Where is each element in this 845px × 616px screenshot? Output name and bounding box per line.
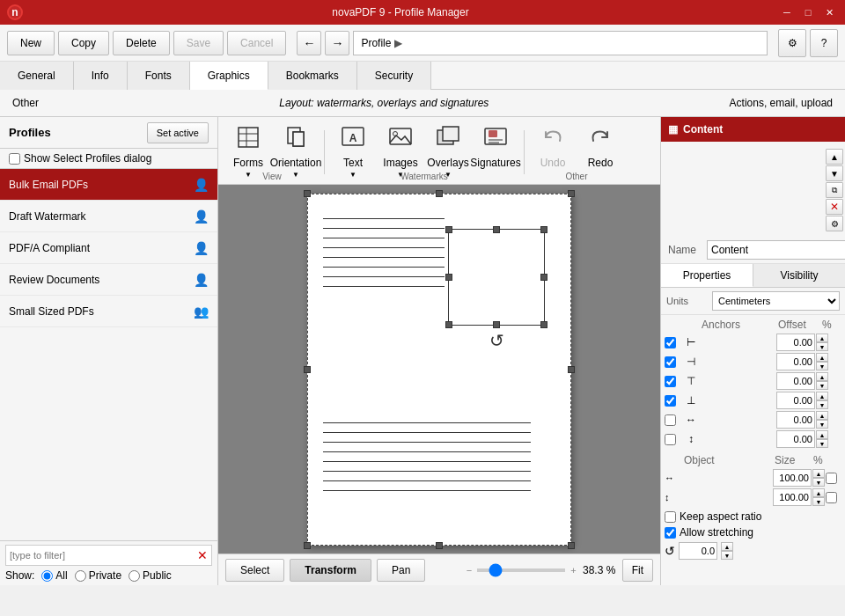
anchor-spin-down-1[interactable]: ▼ (816, 342, 828, 351)
redo-button[interactable]: Redo (577, 121, 623, 170)
allow-stretch-checkbox[interactable] (665, 527, 676, 539)
content-overlay-box[interactable]: ↺ (448, 229, 545, 326)
outer-handle-tm[interactable] (436, 190, 443, 197)
tab-fonts[interactable]: Fonts (128, 62, 190, 90)
pan-mode-button[interactable]: Pan (377, 559, 425, 582)
outer-handle-bl[interactable] (304, 542, 311, 549)
forms-button[interactable]: Forms ▼ (225, 121, 271, 170)
tab-other[interactable]: Other (0, 90, 51, 116)
anchor-offset-2[interactable] (776, 353, 815, 370)
tab-security[interactable]: Security (357, 62, 431, 90)
move-up-button[interactable]: ▲ (826, 149, 843, 165)
outer-handle-mr[interactable] (568, 366, 575, 373)
minimize-button[interactable]: ─ (778, 5, 796, 19)
anchor-check-2[interactable] (665, 356, 676, 368)
tab-properties[interactable]: Properties (661, 264, 753, 287)
orientation-button[interactable]: Orientation ▼ (273, 121, 319, 170)
anchor-check-4[interactable] (665, 395, 676, 407)
close-button[interactable]: ✕ (820, 5, 838, 19)
fit-button[interactable]: Fit (622, 559, 653, 582)
resize-handle-tl[interactable] (445, 226, 452, 233)
outer-handle-tl[interactable] (304, 190, 311, 197)
width-pct-check[interactable] (826, 473, 837, 484)
outer-handle-br[interactable] (568, 542, 575, 549)
resize-handle-bm[interactable] (493, 321, 500, 328)
profile-selector[interactable]: Profile ▶ (353, 31, 768, 55)
anchor-offset-5[interactable] (776, 411, 815, 429)
undo-button[interactable]: Undo (530, 121, 576, 170)
anchor-spin-up-3[interactable]: ▲ (816, 372, 828, 381)
anchor-offset-1[interactable] (776, 334, 815, 351)
delete-item-button[interactable]: ✕ (826, 199, 843, 215)
clear-filter-button[interactable]: ✕ (197, 549, 208, 561)
rotation-input[interactable] (679, 542, 717, 560)
anchor-offset-4[interactable] (776, 392, 815, 409)
profile-item[interactable]: PDF/A Compliant 👤 (0, 232, 217, 264)
anchor-check-3[interactable] (665, 376, 676, 387)
set-active-button[interactable]: Set active (147, 122, 209, 143)
profile-item[interactable]: Small Sized PDFs 👥 (0, 296, 217, 327)
forward-button[interactable]: → (325, 31, 349, 55)
outer-handle-tr[interactable] (568, 190, 575, 197)
resize-handle-tr[interactable] (540, 226, 547, 233)
anchor-spin-up-1[interactable]: ▲ (816, 334, 828, 342)
name-input[interactable] (707, 240, 845, 260)
anchor-spin-up-6[interactable]: ▲ (816, 430, 828, 439)
settings-item-button[interactable]: ⚙ (826, 216, 843, 231)
height-spin-down[interactable]: ▼ (812, 497, 825, 506)
text-button[interactable]: A Text ▼ (330, 121, 376, 170)
tab-visibility[interactable]: Visibility (753, 264, 845, 287)
profile-item[interactable]: Review Documents 👤 (0, 264, 217, 296)
maximize-button[interactable]: □ (799, 5, 817, 19)
width-spin-up[interactable]: ▲ (812, 469, 825, 478)
cancel-button[interactable]: Cancel (227, 31, 286, 55)
anchor-spin-down-4[interactable]: ▼ (816, 400, 828, 409)
anchor-spin-down-6[interactable]: ▼ (816, 439, 828, 448)
anchor-check-5[interactable] (665, 414, 676, 426)
width-spin-down[interactable]: ▼ (812, 478, 825, 487)
outer-handle-bm[interactable] (436, 542, 443, 549)
profile-item[interactable]: Draft Watermark 👤 (0, 201, 217, 232)
back-button[interactable]: ← (297, 31, 321, 55)
height-input[interactable] (773, 488, 812, 506)
zoom-slider[interactable] (477, 568, 565, 572)
height-spin-up[interactable]: ▲ (812, 488, 825, 497)
outer-handle-ml[interactable] (304, 366, 311, 373)
copy-button[interactable]: Copy (58, 31, 109, 55)
anchor-check-6[interactable] (665, 434, 676, 445)
resize-handle-mr[interactable] (540, 274, 547, 281)
height-pct-check[interactable] (826, 492, 837, 503)
signatures-button[interactable]: Signatures (473, 121, 518, 170)
anchor-offset-6[interactable] (776, 430, 815, 448)
resize-handle-br[interactable] (540, 321, 547, 328)
images-button[interactable]: Images ▼ (378, 121, 423, 170)
resize-handle-bl[interactable] (445, 321, 452, 328)
delete-button[interactable]: Delete (113, 31, 170, 55)
rotation-spin-down[interactable]: ▼ (721, 551, 733, 560)
transform-mode-button[interactable]: Transform (290, 559, 371, 582)
rotation-spin-up[interactable]: ▲ (721, 542, 733, 551)
move-down-button[interactable]: ▼ (826, 165, 843, 181)
tab-actions[interactable]: Actions, email, upload (717, 90, 845, 116)
resize-handle-tm[interactable] (493, 226, 500, 233)
anchor-spin-down-3[interactable]: ▼ (816, 381, 828, 390)
copy-item-button[interactable]: ⧉ (826, 182, 843, 198)
tab-bookmarks[interactable]: Bookmarks (268, 62, 357, 90)
help-button[interactable]: ? (810, 29, 838, 57)
width-input[interactable] (773, 469, 812, 487)
resize-handle-ml[interactable] (445, 274, 452, 281)
anchor-spin-up-5[interactable]: ▲ (816, 411, 828, 420)
filter-input[interactable] (10, 550, 194, 561)
overlays-button[interactable]: Overlays ▼ (425, 121, 471, 170)
anchor-spin-up-2[interactable]: ▲ (816, 353, 828, 362)
settings-button[interactable]: ⚙ (778, 29, 806, 57)
select-mode-button[interactable]: Select (225, 559, 284, 582)
save-button[interactable]: Save (173, 31, 224, 55)
anchor-spin-down-5[interactable]: ▼ (816, 420, 828, 429)
rotate-handle[interactable]: ↺ (489, 330, 504, 351)
show-select-checkbox[interactable] (9, 153, 20, 165)
units-select[interactable]: Centimeters Inches Points Pixels (712, 291, 840, 311)
all-label[interactable]: All (41, 569, 67, 582)
profile-item[interactable]: Bulk Email PDFs 👤 (0, 169, 217, 201)
keep-aspect-checkbox[interactable] (665, 511, 676, 523)
